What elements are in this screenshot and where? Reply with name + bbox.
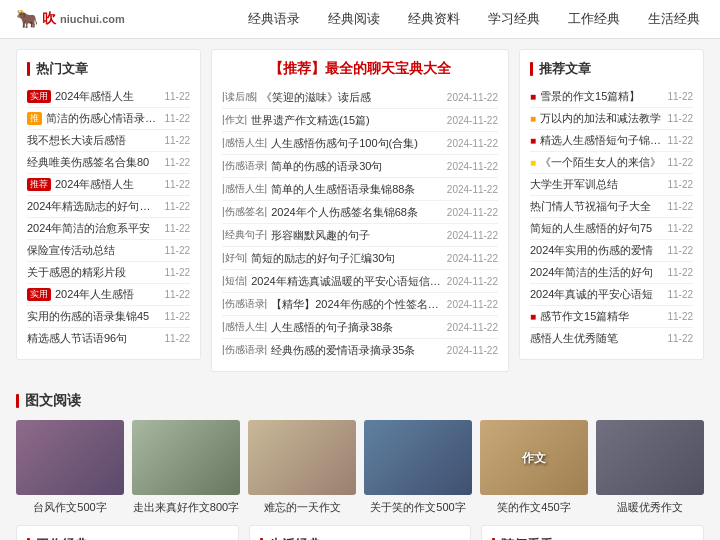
- article-link[interactable]: 我不想长大读后感悟: [27, 133, 160, 148]
- center-tag: |读后感|: [222, 90, 257, 104]
- article-date: 11-22: [164, 179, 190, 190]
- article-link[interactable]: 简洁的伤感心情语录大合: [46, 111, 160, 126]
- list-item: 大学生开军训总结 11-22: [530, 174, 693, 196]
- list-item: |作文| 世界遗产作文精选(15篇) 2024-11-22: [222, 109, 498, 132]
- article-tag: 实用: [27, 288, 51, 301]
- article-link[interactable]: 简单的伤感的语录30句: [271, 159, 443, 174]
- site-header: 🐂 吹 niuchui.com 经典语录 经典阅读 经典资料 学习经典 工作经典…: [0, 0, 720, 39]
- article-link[interactable]: 大学生开军训总结: [530, 177, 663, 192]
- site-logo[interactable]: 🐂 吹 niuchui.com: [16, 8, 125, 30]
- nav-item-2[interactable]: 经典资料: [404, 8, 464, 30]
- article-link[interactable]: 世界遗产作文精选(15篇): [251, 113, 443, 128]
- article-link[interactable]: 感悟人生优秀随笔: [530, 331, 663, 346]
- article-link[interactable]: 雪景的作文15篇精】: [540, 89, 663, 104]
- article-date: 2024-11-22: [447, 184, 498, 195]
- logo-icon: 🐂: [16, 8, 38, 30]
- bottom-col-work: 工作经典 如何推进社区党建工作 11-22 学生手册读后感 11-22: [16, 525, 239, 540]
- right-articles-list: ■ 雪景的作文15篇精】 11-22 ■ 万以内的加法和减法教学 11-22 ■…: [530, 86, 693, 349]
- article-link[interactable]: 简短的人生感悟的好句75: [530, 221, 663, 236]
- article-link[interactable]: 感节作文15篇精华: [540, 309, 663, 324]
- article-link[interactable]: 关于感恩的精彩片段: [27, 265, 160, 280]
- article-link[interactable]: 经典唯美伤感签名合集80: [27, 155, 160, 170]
- center-tag: |伤感签名|: [222, 205, 267, 219]
- list-item: |感悟人生| 人生感悟伤感句子100句(合集) 2024-11-22: [222, 132, 498, 155]
- article-date: 11-22: [164, 91, 190, 102]
- list-item: 精选感人节话语96句 11-22: [27, 328, 190, 349]
- list-item: 感悟人生优秀随笔 11-22: [530, 328, 693, 349]
- article-date: 2024-11-22: [447, 276, 498, 287]
- article-link[interactable]: 2024年个人伤感签名集锦68条: [271, 205, 443, 220]
- article-link[interactable]: 2024年精选励志的好句子汇: [27, 199, 160, 214]
- article-date: 11-22: [667, 113, 693, 124]
- article-icon: ■: [530, 113, 536, 124]
- bottom-section: 工作经典 如何推进社区党建工作 11-22 学生手册读后感 11-22 生活经典…: [0, 525, 720, 540]
- list-item: ■ 精选人生感悟短句子锦集35 11-22: [530, 130, 693, 152]
- article-link[interactable]: 2024年感悟人生: [55, 89, 160, 104]
- list-item: |感悟人生| 简单的人生感悟语录集锦88条 2024-11-22: [222, 178, 498, 201]
- list-item: ■ 《一个陌生女人的来信》 11-22: [530, 152, 693, 174]
- article-link[interactable]: 2024年实用的伤感的爱情: [530, 243, 663, 258]
- article-date: 2024-11-22: [447, 207, 498, 218]
- list-item: |好句| 简短的励志的好句子汇编30句 2024-11-22: [222, 247, 498, 270]
- article-link[interactable]: 2024年精选真诚温暖的平安心语短信35条: [251, 274, 443, 289]
- center-tag: |伤感语录|: [222, 159, 267, 173]
- article-link[interactable]: 2024年简洁的治愈系平安: [27, 221, 160, 236]
- article-link[interactable]: 经典伤感的爱情语录摘录35条: [271, 343, 443, 358]
- article-link[interactable]: 2024年真诚的平安心语短: [530, 287, 663, 302]
- article-icon: ■: [530, 157, 536, 168]
- article-link[interactable]: 保险宣传活动总结: [27, 243, 160, 258]
- article-link[interactable]: 简短的励志的好句子汇编30句: [251, 251, 443, 266]
- article-link[interactable]: 【精华】2024年伤感的个性签名搜索96: [271, 297, 443, 312]
- list-item: ■ 感节作文15篇精华 11-22: [530, 306, 693, 328]
- article-date: 11-22: [667, 311, 693, 322]
- list-item: |伤感语录| 经典伤感的爱情语录摘录35条 2024-11-22: [222, 339, 498, 361]
- list-item: ■ 雪景的作文15篇精】 11-22: [530, 86, 693, 108]
- center-tag: |经典句子|: [222, 228, 267, 242]
- image-caption: 台风作文500字: [16, 500, 124, 515]
- article-link[interactable]: 简单的人生感悟语录集锦88条: [271, 182, 443, 197]
- article-link[interactable]: 2024年简洁的生活的好句: [530, 265, 663, 280]
- nav-item-0[interactable]: 经典语录: [244, 8, 304, 30]
- image-item[interactable]: 作文 笑的作文450字: [480, 420, 588, 515]
- recommended-prefix: 【推荐】: [269, 60, 325, 76]
- list-item: 2024年简洁的治愈系平安 11-22: [27, 218, 190, 240]
- image-grid: 台风作文500字 走出来真好作文800字 难忘的一天作文 关于笑的作文500字 …: [16, 420, 704, 515]
- nav-item-3[interactable]: 学习经典: [484, 8, 544, 30]
- life-classics-header: 生活经典: [260, 536, 461, 540]
- image-thumb: 作文: [480, 420, 588, 495]
- article-link[interactable]: 2024年感悟人生: [55, 177, 160, 192]
- image-content: [16, 420, 124, 495]
- nav-item-4[interactable]: 工作经典: [564, 8, 624, 30]
- article-link[interactable]: 万以内的加法和减法教学: [540, 111, 663, 126]
- image-item[interactable]: 走出来真好作文800字: [132, 420, 240, 515]
- article-link[interactable]: 热门情人节祝福句子大全: [530, 199, 663, 214]
- image-caption: 走出来真好作文800字: [132, 500, 240, 515]
- article-link[interactable]: 精选人生感悟短句子锦集35: [540, 133, 663, 148]
- nav-item-1[interactable]: 经典阅读: [324, 8, 384, 30]
- main-content: 热门文章 实用 2024年感悟人生 11-22 推 简洁的伤感心情语录大合 11…: [0, 39, 720, 392]
- article-link[interactable]: 《笑迎的滋味》读后感: [261, 90, 443, 105]
- image-content: [596, 420, 704, 495]
- image-item[interactable]: 台风作文500字: [16, 420, 124, 515]
- image-item[interactable]: 温暖优秀作文: [596, 420, 704, 515]
- image-content: [248, 420, 356, 495]
- left-column: 热门文章 实用 2024年感悟人生 11-22 推 简洁的伤感心情语录大合 11…: [16, 49, 201, 382]
- article-link[interactable]: 《一个陌生女人的来信》: [540, 155, 663, 170]
- image-item[interactable]: 难忘的一天作文: [248, 420, 356, 515]
- list-item: 关于感恩的精彩片段 11-22: [27, 262, 190, 284]
- article-link[interactable]: 人生感悟伤感句子100句(合集): [271, 136, 443, 151]
- image-item[interactable]: 关于笑的作文500字: [364, 420, 472, 515]
- article-link[interactable]: 形容幽默风趣的句子: [271, 228, 443, 243]
- hot-articles-card: 热门文章 实用 2024年感悟人生 11-22 推 简洁的伤感心情语录大合 11…: [16, 49, 201, 360]
- list-item: 2024年精选励志的好句子汇 11-22: [27, 196, 190, 218]
- article-link[interactable]: 2024年人生感悟: [55, 287, 160, 302]
- article-link[interactable]: 人生感悟的句子摘录38条: [271, 320, 443, 335]
- article-link[interactable]: 实用的伤感的语录集锦45: [27, 309, 160, 324]
- article-date: 2024-11-22: [447, 161, 498, 172]
- list-item: 保险宣传活动总结 11-22: [27, 240, 190, 262]
- article-link[interactable]: 精选感人节话语96句: [27, 331, 160, 346]
- nav-item-5[interactable]: 生活经典: [644, 8, 704, 30]
- article-date: 11-22: [164, 289, 190, 300]
- recommended-header: 【推荐】最全的聊天宝典大全: [222, 60, 498, 78]
- article-date: 2024-11-22: [447, 345, 498, 356]
